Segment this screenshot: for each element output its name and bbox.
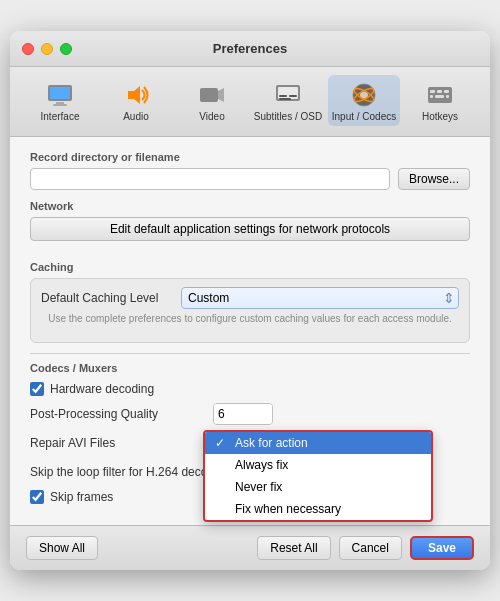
toolbar-item-subtitles[interactable]: Subtitles / OSD [252, 75, 324, 126]
traffic-lights [22, 43, 72, 55]
subtitles-icon [272, 79, 304, 111]
repair-avi-menu: ✓ Ask for action Always fix Never fix Fi… [203, 430, 433, 522]
svg-rect-1 [50, 87, 70, 99]
check-mark-icon: ✓ [215, 436, 229, 450]
svg-rect-21 [435, 95, 444, 98]
toolbar-item-interface[interactable]: Interface [24, 75, 96, 126]
caching-field-label: Default Caching Level [41, 291, 171, 305]
repair-option-fix-when-label: Fix when necessary [235, 502, 341, 516]
svg-rect-3 [53, 104, 67, 106]
svg-rect-17 [430, 90, 435, 93]
divider [30, 353, 470, 354]
svg-rect-2 [56, 102, 64, 104]
codecs-header: Codecs / Muxers [30, 362, 470, 374]
repair-option-ask-label: Ask for action [235, 436, 308, 450]
content-area: Record directory or filename Browse... N… [10, 137, 490, 525]
toolbar-label-hotkeys: Hotkeys [422, 111, 458, 122]
cancel-button[interactable]: Cancel [339, 536, 402, 560]
repair-avi-label: Repair AVI Files [30, 436, 205, 450]
maximize-button[interactable] [60, 43, 72, 55]
window-title: Preferences [213, 41, 287, 56]
caching-section-label: Caching [30, 261, 470, 273]
repair-avi-dropdown-container: Ask for action ✓ Ask for action Always f… [205, 432, 425, 454]
toolbar-label-audio: Audio [123, 111, 149, 122]
post-processing-row: Post-Processing Quality ▲ ▼ [30, 403, 470, 425]
caching-select-wrapper: Custom Lowest latency Low latency Normal… [181, 287, 459, 309]
toolbar-label-input: Input / Codecs [332, 111, 396, 122]
repair-option-always[interactable]: Always fix [205, 454, 431, 476]
show-all-button[interactable]: Show All [26, 536, 98, 560]
hardware-decoding-label: Hardware decoding [50, 382, 154, 396]
toolbar-item-video[interactable]: Video [176, 75, 248, 126]
svg-rect-18 [437, 90, 442, 93]
network-section-label: Network [30, 200, 470, 212]
skip-frames-checkbox[interactable] [30, 490, 44, 504]
input-icon [348, 79, 380, 111]
svg-rect-5 [200, 88, 218, 102]
post-processing-input[interactable] [214, 404, 273, 424]
record-input[interactable] [30, 168, 390, 190]
svg-rect-22 [446, 95, 449, 98]
post-processing-label: Post-Processing Quality [30, 407, 205, 421]
toolbar-item-audio[interactable]: Audio [100, 75, 172, 126]
caching-select[interactable]: Custom Lowest latency Low latency Normal… [181, 287, 459, 309]
save-button[interactable]: Save [410, 536, 474, 560]
svg-rect-10 [289, 95, 297, 97]
close-button[interactable] [22, 43, 34, 55]
svg-rect-11 [279, 98, 291, 100]
toolbar-label-video: Video [199, 111, 224, 122]
repair-option-never-label: Never fix [235, 480, 282, 494]
repair-option-ask[interactable]: ✓ Ask for action [205, 432, 431, 454]
hardware-decoding-row: Hardware decoding [30, 382, 470, 396]
caching-row: Default Caching Level Custom Lowest late… [41, 287, 459, 309]
interface-icon [44, 79, 76, 111]
svg-marker-4 [128, 86, 140, 104]
record-section-label: Record directory or filename [30, 151, 470, 163]
repair-avi-row: Repair AVI Files Ask for action ✓ Ask fo… [30, 432, 470, 454]
svg-rect-9 [279, 95, 287, 97]
titlebar: Preferences [10, 31, 490, 67]
svg-rect-19 [444, 90, 449, 93]
svg-marker-6 [218, 88, 224, 102]
svg-rect-20 [430, 95, 433, 98]
audio-icon [120, 79, 152, 111]
toolbar-item-hotkeys[interactable]: Hotkeys [404, 75, 476, 126]
hotkeys-icon [424, 79, 456, 111]
skip-frames-label: Skip frames [50, 490, 113, 504]
repair-option-never[interactable]: Never fix [205, 476, 431, 498]
record-row: Browse... [30, 168, 470, 190]
caching-hint: Use the complete preferences to configur… [41, 313, 459, 324]
toolbar-label-subtitles: Subtitles / OSD [254, 111, 322, 122]
skip-loop-label: Skip the loop filter for H.264 decoding [30, 465, 230, 479]
post-processing-input-wrapper: ▲ ▼ [213, 403, 273, 425]
toolbar-item-input[interactable]: Input / Codecs [328, 75, 400, 126]
hardware-decoding-checkbox[interactable] [30, 382, 44, 396]
repair-option-fix-when[interactable]: Fix when necessary [205, 498, 431, 520]
svg-rect-8 [278, 87, 298, 99]
video-icon [196, 79, 228, 111]
toolbar: Interface Audio Video [10, 67, 490, 137]
toolbar-label-interface: Interface [41, 111, 80, 122]
browse-button[interactable]: Browse... [398, 168, 470, 190]
preferences-window: Preferences Interface [10, 31, 490, 570]
network-settings-button[interactable]: Edit default application settings for ne… [30, 217, 470, 241]
bottom-bar: Show All Reset All Cancel Save [10, 525, 490, 570]
repair-option-always-label: Always fix [235, 458, 288, 472]
reset-button[interactable]: Reset All [257, 536, 330, 560]
minimize-button[interactable] [41, 43, 53, 55]
